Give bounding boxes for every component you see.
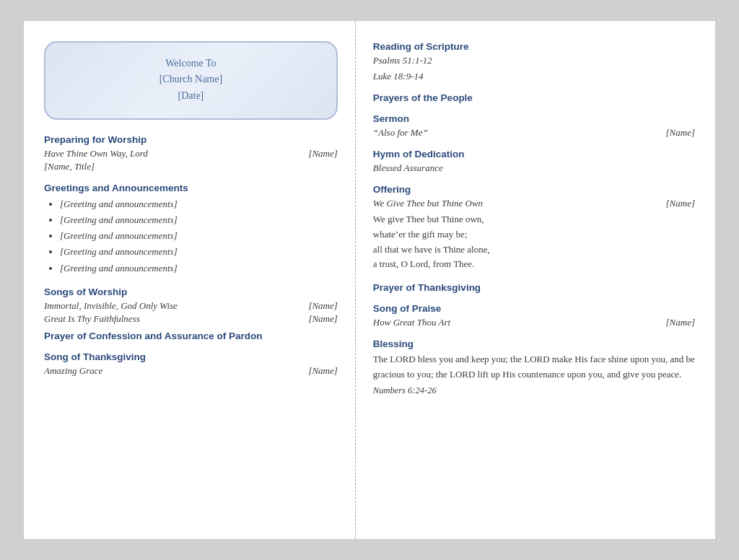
amazing-grace: Amazing Grace [Name] [44,365,338,377]
greeting-5: [Greeting and announcements] [60,261,338,276]
greetings-list: [Greeting and announcements] [Greeting a… [44,196,338,276]
section-blessing: Blessing [373,338,695,349]
blessing-text: The LORD bless you and keep you; the LOR… [373,352,695,382]
welcome-box: Welcome To [Church Name] [Date] [44,41,338,120]
blessing-ref: Numbers 6:24-26 [373,385,695,396]
offering-item: We Give Thee but Thine Own [Name] [373,198,695,209]
section-offering: Offering [373,184,695,195]
welcome-line3: [Date] [178,90,204,101]
greeting-3: [Greeting and announcements] [60,228,338,244]
right-panel: Reading of Scripture Psalms 51:1-12 Luke… [356,21,715,539]
section-confession: Prayer of Confession and Assurance of Pa… [44,331,338,341]
section-songs: Songs of Worship [44,286,338,297]
song-2: Great Is Thy Faithfulness [Name] [44,313,338,325]
section-scripture: Reading of Scripture [373,41,695,52]
section-song-thanks: Song of Thanksgiving [44,351,338,362]
scripture-1: Psalms 51:1-12 [373,55,695,66]
section-hymn: Hymn of Dedication [373,149,695,159]
section-sermon: Sermon [373,113,695,124]
sermon-item: “Also for Me” [Name] [373,127,695,139]
how-great: How Great Thou Art [Name] [373,317,695,328]
section-prayer-thanks: Prayer of Thanksgiving [373,282,695,293]
preparing-item-2: [Name, Title] [44,161,338,172]
section-prayers: Prayers of the People [373,92,695,103]
greeting-2: [Greeting and announcements] [60,212,338,228]
greeting-1: [Greeting and announcements] [60,196,338,212]
preparing-item-1: Have Thine Own Way, Lord [Name] [44,148,338,159]
offering-verse: We give Thee but Thine own, whate’er the… [373,212,695,272]
blessed-assurance: Blessed Assurance [373,162,695,174]
church-bulletin: Welcome To [Church Name] [Date] Preparin… [23,20,716,540]
greeting-4: [Greeting and announcements] [60,244,338,260]
section-greetings: Greetings and Announcements [44,183,338,193]
welcome-line1: Welcome To [165,58,216,69]
welcome-line2: [Church Name] [159,74,222,84]
scripture-2: Luke 18:9-14 [373,71,695,82]
section-song-praise: Song of Praise [373,303,695,314]
section-preparing: Preparing for Worship [44,134,338,145]
song-1: Immortal, Invisible, God Only Wise [Name… [44,300,338,312]
left-panel: Welcome To [Church Name] [Date] Preparin… [24,21,356,539]
